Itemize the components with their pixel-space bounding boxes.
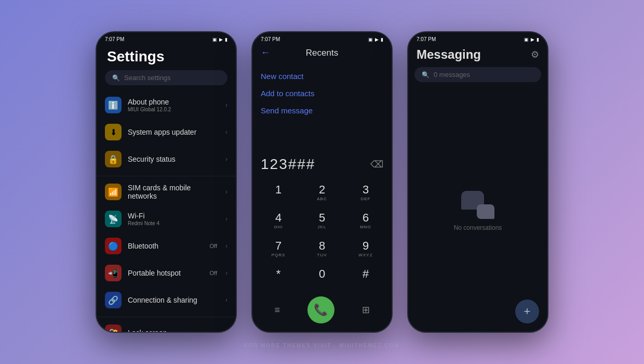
back-button[interactable]: ← <box>261 47 270 58</box>
dialer-number: 123### <box>261 156 315 173</box>
settings-group-3: 🔐 Lock screen › <box>97 319 236 332</box>
security-arrow: › <box>225 155 227 163</box>
status-icons-2: ▣ ▶ ▮ <box>368 37 383 42</box>
divider-2 <box>97 317 236 317</box>
wifi-icon: 📡 <box>105 211 122 227</box>
wifi-sub: Redmi Note 4 <box>128 220 219 226</box>
about-arrow: › <box>225 101 227 109</box>
settings-title: Settings <box>97 44 236 70</box>
wifi-arrow: › <box>225 215 227 223</box>
recents-title: Recents <box>274 48 370 58</box>
time-2: 7:07 PM <box>261 36 280 42</box>
about-sub: MIUI Global 12.0.2 <box>128 107 219 112</box>
sim-icon: 📶 <box>105 184 122 200</box>
status-icons-1: ▣ ▶ ▮ <box>212 37 227 42</box>
hotspot-icon: 📲 <box>105 265 122 281</box>
settings-item-wifi[interactable]: 📡 Wi-Fi Redmi Note 4 › <box>97 205 236 232</box>
key-hash[interactable]: # <box>344 263 387 291</box>
key-star[interactable]: * <box>257 263 300 291</box>
time-1: 7:07 PM <box>105 36 124 42</box>
messaging-search-icon: 🔍 <box>422 71 430 79</box>
connection-arrow: › <box>225 296 227 304</box>
messaging-search-bar[interactable]: 🔍 0 messages <box>414 67 541 82</box>
updater-icon: ⬇ <box>105 124 122 140</box>
key-1[interactable]: 1 <box>257 179 300 207</box>
dialer-screen: ← Recents New contact Add to contacts Se… <box>252 44 392 332</box>
security-label: Security status <box>128 155 219 163</box>
bluetooth-status: Off <box>210 243 217 249</box>
key-0[interactable]: 0 <box>300 263 344 291</box>
key-9[interactable]: 9 WXYZ <box>344 235 387 263</box>
bluetooth-icon: 🔵 <box>105 238 122 254</box>
settings-phone: 7:07 PM ▣ ▶ ▮ Settings 🔍 Search settings… <box>96 31 237 333</box>
compose-fab-button[interactable]: + <box>515 300 539 323</box>
settings-item-security[interactable]: 🔒 Security status › <box>97 146 236 173</box>
bluetooth-label: Bluetooth <box>128 242 204 250</box>
sim-label: SIM cards & mobile networks <box>128 184 219 200</box>
status-bar-3: 7:07 PM ▣ ▶ ▮ <box>408 32 547 44</box>
dialer-display: 123### ⌫ <box>252 154 392 179</box>
settings-item-sim[interactable]: 📶 SIM cards & mobile networks › <box>97 178 236 205</box>
wifi-label: Wi-Fi <box>128 212 219 220</box>
security-icon: 🔒 <box>105 151 122 167</box>
watermark: FOR MORE THEMES VISIT - MIUITHEMEZ.COM <box>244 343 399 348</box>
about-icon: ℹ️ <box>105 97 122 113</box>
messaging-search-placeholder: 0 messages <box>434 71 470 79</box>
settings-gear-icon[interactable]: ⚙ <box>531 49 539 60</box>
settings-search-bar[interactable]: 🔍 Search settings <box>105 70 227 85</box>
settings-item-hotspot[interactable]: 📲 Portable hotspot Off › <box>97 259 236 287</box>
settings-item-updater[interactable]: ⬇ System apps updater › <box>97 119 236 146</box>
lock-label: Lock screen <box>128 329 219 332</box>
hotspot-arrow: › <box>225 269 227 277</box>
settings-item-about[interactable]: ℹ️ About phone MIUI Global 12.0.2 › <box>97 92 236 119</box>
key-3[interactable]: 3 DEF <box>344 179 387 207</box>
time-3: 7:07 PM <box>417 36 436 42</box>
recents-links: New contact Add to contacts Send message <box>252 63 392 123</box>
sim-arrow: › <box>225 188 227 196</box>
dialer-phone: 7:07 PM ▣ ▶ ▮ ← Recents New contact Add … <box>251 31 393 333</box>
settings-screen: Settings 🔍 Search settings ℹ️ About phon… <box>97 44 236 332</box>
key-5[interactable]: 5 JKL <box>300 207 344 235</box>
key-8[interactable]: 8 TUV <box>300 235 344 263</box>
status-bar-1: 7:07 PM ▣ ▶ ▮ <box>97 32 236 44</box>
lock-arrow: › <box>225 329 227 332</box>
messaging-header: Messaging ⚙ <box>408 44 547 67</box>
key-7[interactable]: 7 PQRS <box>257 235 300 263</box>
key-6[interactable]: 6 MNO <box>344 207 387 235</box>
settings-list: ℹ️ About phone MIUI Global 12.0.2 › ⬇ Sy… <box>97 89 236 332</box>
dialpad-icon[interactable]: ≡ <box>274 305 280 316</box>
updater-label: System apps updater <box>128 128 219 136</box>
settings-group-2: 📶 SIM cards & mobile networks › 📡 Wi-Fi … <box>97 178 236 314</box>
settings-item-connection[interactable]: 🔗 Connection & sharing › <box>97 287 236 314</box>
connection-icon: 🔗 <box>105 292 122 308</box>
call-button[interactable]: 📞 <box>307 296 334 323</box>
updater-arrow: › <box>225 128 227 136</box>
new-contact-link[interactable]: New contact <box>261 68 383 85</box>
settings-item-lock[interactable]: 🔐 Lock screen › <box>97 319 236 332</box>
status-bar-2: 7:07 PM ▣ ▶ ▮ <box>252 32 392 44</box>
chat-bubbles-icon <box>461 191 494 219</box>
settings-search-placeholder: Search settings <box>124 74 171 82</box>
settings-group-1: ℹ️ About phone MIUI Global 12.0.2 › ⬇ Sy… <box>97 92 236 173</box>
key-4[interactable]: 4 GHI <box>257 207 300 235</box>
settings-search-icon: 🔍 <box>112 74 120 82</box>
send-message-link[interactable]: Send message <box>261 102 383 119</box>
dialer-header: ← Recents <box>252 44 392 63</box>
status-icons-3: ▣ ▶ ▮ <box>524 37 539 42</box>
no-conversations-text: No conversations <box>454 224 502 231</box>
key-2[interactable]: 2 ABC <box>300 179 344 207</box>
keypad-icon[interactable]: ⊞ <box>362 304 370 316</box>
lock-icon: 🔐 <box>105 324 122 332</box>
messaging-title: Messaging <box>417 47 481 62</box>
keypad: 1 2 ABC 3 DEF 4 GHI 5 JKL <box>252 179 392 291</box>
divider-1 <box>97 176 236 176</box>
settings-item-bluetooth[interactable]: 🔵 Bluetooth Off › <box>97 232 236 259</box>
messaging-screen: Messaging ⚙ 🔍 0 messages No conversation… <box>408 44 547 332</box>
hotspot-status: Off <box>210 270 217 276</box>
about-label: About phone <box>128 98 219 106</box>
bluetooth-arrow: › <box>225 242 227 250</box>
dialer-bottom: ≡ 📞 ⊞ <box>252 291 392 332</box>
delete-button[interactable]: ⌫ <box>370 159 383 170</box>
add-to-contacts-link[interactable]: Add to contacts <box>261 85 383 102</box>
messaging-phone: 7:07 PM ▣ ▶ ▮ Messaging ⚙ 🔍 0 messages <box>407 31 548 333</box>
